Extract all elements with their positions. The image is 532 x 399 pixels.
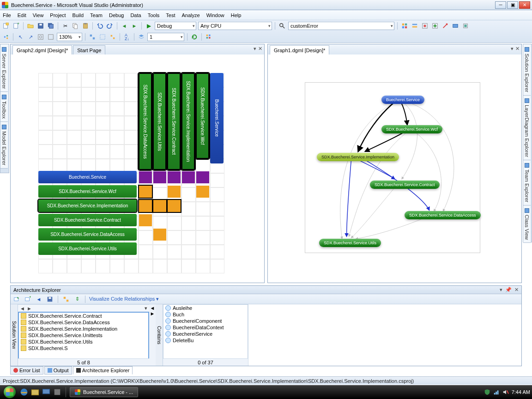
desktop-icon[interactable] bbox=[42, 387, 51, 397]
archex-col2-tab[interactable]: Contains bbox=[156, 304, 163, 366]
node-root[interactable]: Buecherei.Service bbox=[381, 96, 424, 104]
toolbox-tab[interactable]: Toolbox bbox=[0, 92, 8, 122]
menu-analyze[interactable]: Analyze bbox=[182, 12, 200, 18]
layers-button[interactable] bbox=[137, 33, 145, 41]
archex-col2-item[interactable]: BuechereiService bbox=[163, 331, 248, 337]
copy-button[interactable] bbox=[71, 22, 79, 30]
menu-help[interactable]: Help bbox=[231, 12, 242, 18]
archex-col1-item[interactable]: SDX.Buecherei.Service.Contract bbox=[19, 313, 148, 319]
graph2-canvas[interactable]: SDX.Buecherei.Service.DataAccessSDX.Buec… bbox=[11, 54, 264, 283]
matrix-col-2[interactable]: SDX.Buecherei.Service.Contract bbox=[167, 73, 181, 170]
archex-expand-icon[interactable]: ⇕ bbox=[73, 295, 81, 303]
zoom-combo[interactable]: 130% bbox=[57, 33, 82, 41]
doc-dropdown-icon[interactable]: ▾ bbox=[254, 46, 256, 52]
save-all-button[interactable] bbox=[47, 22, 55, 30]
matrix-col-0[interactable]: SDX.Buecherei.Service.DataAccess bbox=[139, 73, 152, 170]
tab-arch-explorer[interactable]: Architecture Explorer bbox=[73, 366, 133, 375]
matrix-cell[interactable] bbox=[168, 200, 181, 212]
node-impl[interactable]: SDX.Buecherei.Service.Implementation bbox=[317, 153, 399, 161]
maximize-button[interactable]: ▣ bbox=[507, 1, 518, 9]
sel-mode3[interactable] bbox=[109, 33, 117, 41]
redo-button[interactable] bbox=[106, 22, 114, 30]
find-icon[interactable] bbox=[278, 22, 286, 30]
cut-button[interactable]: ✂ bbox=[61, 22, 69, 30]
matrix-col-1[interactable]: SDX.Buecherei.Service.Utils bbox=[153, 73, 166, 170]
archex-col2-item[interactable]: BuechereiDataContext bbox=[163, 324, 248, 331]
app-icon[interactable] bbox=[53, 387, 62, 397]
matrix-col-3[interactable]: SDX.Buecherei.Service.Implementation bbox=[181, 73, 195, 170]
archex-col1-item[interactable]: SDX.Buecherei.Service.DataAccess bbox=[19, 319, 148, 326]
solution-explorer-tab[interactable]: Solution Explorer bbox=[523, 44, 531, 96]
matrix-cell[interactable] bbox=[139, 171, 152, 183]
menu-file[interactable]: File bbox=[3, 12, 11, 18]
matrix-row-4[interactable]: SDX.Buecherei.Service.DataAccess bbox=[38, 228, 137, 241]
col1-nav-right[interactable]: ► bbox=[27, 306, 32, 311]
start-debug-button[interactable]: ▶ bbox=[145, 22, 153, 30]
tab-graph1[interactable]: Graph1.dgml [Design]* bbox=[270, 45, 329, 54]
menu-view[interactable]: View bbox=[33, 12, 44, 18]
archex-col2-item[interactable]: DeleteBu bbox=[163, 337, 248, 344]
col1-nav-left[interactable]: ◄ bbox=[20, 306, 25, 311]
sel-mode1[interactable] bbox=[88, 33, 97, 41]
explorer-icon[interactable] bbox=[30, 387, 40, 397]
col-gap-nav-left[interactable]: ◄ bbox=[150, 305, 155, 311]
platform-combo[interactable]: Any CPU bbox=[198, 22, 272, 30]
tray-shield-icon[interactable] bbox=[484, 389, 490, 395]
archex-save-icon[interactable] bbox=[46, 295, 54, 303]
menu-data[interactable]: Data bbox=[130, 12, 141, 18]
menu-tools[interactable]: Tools bbox=[148, 12, 160, 18]
menu-debug[interactable]: Debug bbox=[109, 12, 124, 18]
col1-nav-dd[interactable]: ▾ bbox=[145, 305, 147, 311]
matrix-cell[interactable] bbox=[168, 186, 181, 198]
doc-close-icon[interactable]: ✕ bbox=[258, 46, 262, 52]
tab-start-page[interactable]: Start Page bbox=[73, 45, 105, 54]
matrix-cell[interactable] bbox=[196, 186, 209, 198]
tab-error-list[interactable]: Error List bbox=[10, 366, 43, 375]
team-explorer-tab[interactable]: Team Explorer bbox=[523, 160, 531, 206]
tray-clock[interactable]: 7:44 AM bbox=[512, 389, 530, 395]
arrow-nw-icon[interactable]: ↖ bbox=[16, 33, 24, 41]
close-button[interactable]: ✕ bbox=[519, 1, 530, 9]
matrix-row-1[interactable]: SDX.Buecherei.Service.Wcf bbox=[38, 185, 137, 198]
minimize-button[interactable]: ─ bbox=[495, 1, 506, 9]
archex-col2-item[interactable]: Ausleihe bbox=[163, 305, 248, 311]
archex-col2-list[interactable]: AusleiheBuchBuechereiComponentBuechereiD… bbox=[163, 304, 248, 366]
matrix-cell[interactable] bbox=[196, 171, 209, 183]
tool6-button[interactable] bbox=[451, 22, 459, 30]
matrix-row-5[interactable]: SDX.Buecherei.Service.Utils bbox=[38, 242, 137, 255]
col-gap-nav-right[interactable]: ► bbox=[150, 311, 155, 316]
grid-icon[interactable] bbox=[205, 33, 213, 41]
menu-edit[interactable]: Edit bbox=[18, 12, 26, 18]
doc-dropdown-icon[interactable]: ▾ bbox=[511, 46, 514, 52]
tool7-button[interactable] bbox=[461, 22, 470, 30]
ie-icon[interactable] bbox=[19, 387, 29, 397]
graph1-canvas[interactable]: Buecherei.Service SDX.Buecherei.Service.… bbox=[268, 54, 521, 283]
archex-col2-item[interactable]: Buch bbox=[163, 311, 248, 318]
menu-team[interactable]: Team bbox=[90, 12, 103, 18]
archex-visualize-link[interactable]: Visualize Code Relationships ▾ bbox=[89, 296, 159, 302]
menu-build[interactable]: Build bbox=[73, 12, 84, 18]
archex-col1-list[interactable]: SDX.Buecherei.Service.ContractSDX.Bueche… bbox=[18, 312, 149, 366]
tool2-button[interactable] bbox=[411, 22, 419, 30]
tool5-button[interactable] bbox=[441, 22, 449, 30]
nav-fwd-button[interactable]: ► bbox=[130, 22, 139, 30]
tool3-button[interactable] bbox=[421, 22, 429, 30]
archex-pin-icon[interactable]: 📌 bbox=[505, 287, 512, 293]
archex-new-icon[interactable] bbox=[12, 295, 21, 303]
layerdiagram-explorer-tab[interactable]: LayerDiagram Explorer bbox=[523, 96, 531, 160]
node-contract[interactable]: SDX.Buecherei.Service.Contract bbox=[370, 181, 440, 189]
matrix-cell[interactable] bbox=[153, 200, 166, 212]
tab-graph2[interactable]: Graph2.dgml [Design]* bbox=[12, 45, 72, 54]
matrix-cell[interactable] bbox=[139, 214, 152, 226]
archex-close-icon[interactable]: ✕ bbox=[514, 287, 519, 293]
matrix-cell[interactable] bbox=[168, 171, 181, 183]
tool4-button[interactable] bbox=[431, 22, 439, 30]
matrix-cell[interactable] bbox=[153, 171, 166, 183]
taskbar-app-button[interactable]: Buecherei.Service - ... bbox=[70, 387, 138, 397]
tool1-button[interactable] bbox=[400, 22, 409, 30]
add-item-button[interactable]: + bbox=[12, 22, 20, 30]
arrow-ne-icon[interactable]: ↗ bbox=[26, 33, 35, 41]
archex-add-icon[interactable]: + bbox=[24, 295, 32, 303]
archex-back-icon[interactable]: ◄ bbox=[35, 295, 43, 303]
open-button[interactable] bbox=[26, 22, 35, 30]
